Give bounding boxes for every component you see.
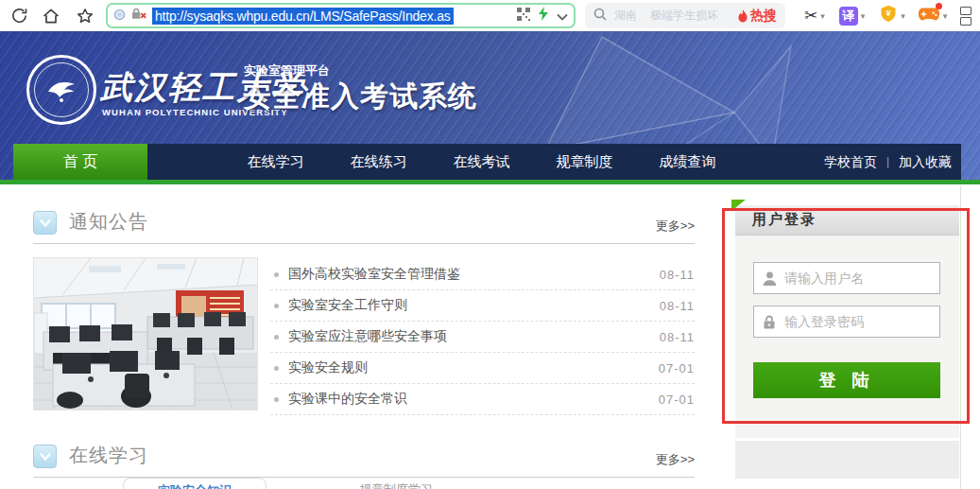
nav-item-rules[interactable]: 规章制度 xyxy=(533,144,636,180)
home-icon[interactable] xyxy=(40,5,62,27)
login-panel: 用户登录 登 陆 xyxy=(735,205,959,438)
study-tab-label: 规章制度学习 xyxy=(359,482,433,489)
notice-item-title: 国外高校实验室安全管理借鉴 xyxy=(288,266,460,283)
refresh-icon[interactable] xyxy=(8,5,30,27)
scissors-icon: ✂ xyxy=(804,6,817,26)
bullet-icon xyxy=(274,335,279,340)
insecure-lock-icon[interactable] xyxy=(131,8,147,25)
notice-item-date: 07-01 xyxy=(659,361,695,375)
nav-item-online-practice[interactable]: 在线练习 xyxy=(327,144,430,180)
notice-item[interactable]: 国外高校实验室安全管理借鉴 08-11 xyxy=(270,259,695,290)
nav-item-scores[interactable]: 成绩查询 xyxy=(636,144,739,180)
nav-item-online-exam[interactable]: 在线考试 xyxy=(430,144,533,180)
password-field-wrap xyxy=(753,306,940,338)
caret-down-icon: ▾ xyxy=(943,11,948,21)
study-more-link[interactable]: 更多>> xyxy=(656,451,695,468)
wallet-tool-button[interactable]: ¥ ▾ xyxy=(879,4,905,27)
bullet-icon xyxy=(274,366,279,371)
bookmark-star-icon[interactable] xyxy=(74,5,96,27)
address-bar[interactable]: http://sysaqks.whpu.edu.cn/LMS/SafePass/… xyxy=(106,3,576,28)
split-view-icon[interactable] xyxy=(960,7,971,26)
browser-toolbar: http://sysaqks.whpu.edu.cn/LMS/SafePass/… xyxy=(0,0,980,31)
notice-item-date: 08-11 xyxy=(660,330,695,344)
column-divider xyxy=(960,185,961,489)
username-input[interactable] xyxy=(784,271,939,286)
money-shield-icon: ¥ xyxy=(879,4,898,27)
caret-down-icon: ▾ xyxy=(901,11,905,21)
notice-item-title: 实验安全规则 xyxy=(288,359,368,376)
study-section-header: 在线学习 更多>> xyxy=(33,442,695,478)
hot-search-label: 热搜 xyxy=(750,8,777,25)
qr-code-icon[interactable] xyxy=(517,8,530,25)
notice-item-date: 07-01 xyxy=(659,393,695,407)
notice-item[interactable]: 实验安全规则 07-01 xyxy=(270,353,695,384)
green-corner-fold xyxy=(731,200,746,211)
nav-item-home[interactable]: 首 页 xyxy=(13,144,147,180)
flame-icon xyxy=(737,9,748,23)
notice-item[interactable]: 实验室安全工作守则 08-11 xyxy=(270,290,695,322)
university-logo[interactable] xyxy=(26,55,96,125)
search-box[interactable]: 湖南 极端学生损坏 热搜 xyxy=(585,3,785,28)
hot-search-button[interactable]: 热搜 xyxy=(737,8,777,25)
system-title: 安全准入考试系统 xyxy=(243,78,477,116)
nav-item-online-study[interactable]: 在线学习 xyxy=(224,144,327,180)
caret-down-icon: ▾ xyxy=(820,11,825,21)
nav-underline-strip xyxy=(0,180,980,184)
bullet-icon xyxy=(274,304,279,308)
nav-link-add-favorite[interactable]: 加入收藏 xyxy=(899,144,952,180)
notice-item-date: 08-11 xyxy=(660,268,695,282)
notice-item[interactable]: 实验室应注意哪些安全事项 08-11 xyxy=(270,322,695,353)
lock-icon xyxy=(754,314,784,330)
reader-mode-icon[interactable] xyxy=(113,8,126,25)
notice-item-date: 08-11 xyxy=(660,299,695,313)
nav-separator: | xyxy=(886,144,889,180)
study-section-title: 在线学习 xyxy=(69,443,148,468)
notice-more-link[interactable]: 更多>> xyxy=(656,218,695,235)
notification-dot xyxy=(936,3,942,9)
translate-icon: 译 xyxy=(839,7,858,26)
study-tab-active[interactable]: 实验安全知识 xyxy=(123,478,266,489)
notice-list: 国外高校实验室安全管理借鉴 08-11 实验室安全工作守则 08-11 实验室应… xyxy=(270,259,695,415)
bullet-icon xyxy=(274,272,279,277)
url-text-selected[interactable]: http://sysaqks.whpu.edu.cn/LMS/SafePass/… xyxy=(152,8,454,25)
caret-down-icon: ▾ xyxy=(861,11,866,21)
notice-item-title: 实验室安全工作守则 xyxy=(288,297,407,314)
search-suggestion-2[interactable]: 极端学生损坏 xyxy=(650,8,718,24)
notice-item[interactable]: 实验课中的安全常识 07-01 xyxy=(270,384,695,415)
games-tool-button[interactable]: ▾ xyxy=(918,6,948,26)
user-icon xyxy=(754,271,784,287)
login-panel-title: 用户登录 xyxy=(735,205,959,236)
study-tab-label: 实验安全知识 xyxy=(158,483,232,489)
search-icon xyxy=(593,8,607,25)
notice-photo-computer-lab[interactable] xyxy=(33,257,258,410)
chevron-badge-icon xyxy=(33,445,57,468)
password-input[interactable] xyxy=(784,314,939,329)
bullet-icon xyxy=(274,397,279,402)
chevron-badge-icon xyxy=(33,211,57,235)
notice-item-title: 实验课中的安全常识 xyxy=(288,391,407,408)
main-nav: 首 页 在线学习 在线练习 在线考试 规章制度 成绩查询 学校首页 | 加入收藏 xyxy=(13,144,961,180)
username-field-wrap xyxy=(753,262,940,294)
flash-speed-icon[interactable] xyxy=(538,7,549,25)
notice-item-title: 实验室应注意哪些安全事项 xyxy=(288,328,447,345)
notice-section-header: 通知公告 更多>> xyxy=(33,208,695,244)
game-controller-icon xyxy=(918,6,940,26)
study-tab[interactable]: 规章制度学习 xyxy=(359,480,491,489)
clip-tool-button[interactable]: ✂ ▾ xyxy=(804,6,825,26)
login-button[interactable]: 登 陆 xyxy=(753,362,940,398)
browser-window: http://sysaqks.whpu.edu.cn/LMS/SafePass/… xyxy=(0,0,980,489)
notice-section-title: 通知公告 xyxy=(69,209,148,235)
secondary-panel-placeholder xyxy=(735,441,959,479)
search-suggestion-1[interactable]: 湖南 xyxy=(614,8,637,24)
site-header: 武汉轻工大学 WUHAN POLYTECHNIC UNIVERSITY 实验室管… xyxy=(0,31,980,184)
nav-link-school-home[interactable]: 学校首页 xyxy=(824,144,877,180)
translate-tool-button[interactable]: 译 ▾ xyxy=(839,7,866,26)
chevron-down-icon[interactable] xyxy=(557,8,568,25)
